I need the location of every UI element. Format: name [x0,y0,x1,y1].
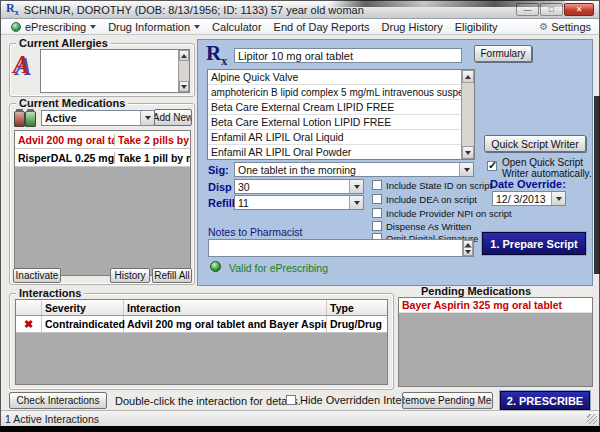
scroll-down-icon[interactable] [463,247,473,256]
inactivate-button[interactable]: Inactivate [13,268,61,283]
status-text: 1 Active Interactions [5,413,99,425]
chevron-down-icon[interactable] [349,196,363,209]
drug-result-item[interactable]: Beta Care External Cream LIPID FREE [208,100,462,115]
include-npi-checkbox[interactable] [372,208,382,218]
app-window: Rx SCHNUR, DOROTHY (DOB: 8/13/1956; ID: … [0,0,600,426]
interaction-row[interactable]: ✖ Contraindicated Advil 200 mg oral tabl… [16,316,387,333]
menu-settings[interactable]: ⚙ Settings [539,21,595,33]
gear-icon: ⚙ [539,22,548,32]
eprescribing-icon [11,22,21,32]
interaction-hint-text: Double-click the interaction for details… [115,395,301,407]
prescription-panel: Rx Formulary Alpine Quick Valve amphoter… [197,39,593,286]
interaction-type: Drug/Drug [327,316,387,332]
dispense-as-written-label: Dispense As Written [386,221,471,232]
include-state-id-checkbox[interactable] [372,180,382,190]
scroll-up-icon[interactable] [179,50,189,61]
drug-search-input[interactable] [234,48,462,63]
refill-all-button[interactable]: Refill All [152,268,192,283]
current-allergies-group: Current Allergies A [9,43,195,97]
notes-to-pharmacist-input[interactable] [208,239,474,257]
status-bar: 1 Active Interactions [1,410,599,426]
menu-drug-information[interactable]: Drug Information [102,19,206,34]
dispense-as-written-checkbox[interactable] [372,221,382,231]
medication-row[interactable]: RisperDAL 0.25 mg ... Take 1 pill by m..… [15,149,190,167]
hide-overridden-checkbox[interactable] [286,395,296,405]
medication-sig: Take 1 pill by m... [115,152,190,164]
formulary-button[interactable]: Formulary [474,45,532,62]
interactions-table[interactable]: Severity Interaction Type ✖ Contraindica… [15,299,388,385]
menu-eligibility[interactable]: Eligibility [449,19,504,34]
medication-sig: Take 2 pills by ... [115,134,190,146]
resize-grip-icon[interactable] [587,414,597,424]
add-new-button[interactable]: Add New [154,109,192,126]
sig-select[interactable]: One tablet in the morning [234,162,474,177]
pending-medications-title: Pending Medications [421,285,531,297]
valid-status-text: Valid for ePrescribing [229,262,328,274]
interaction-severity: Contraindicated [42,316,124,332]
check-interactions-button[interactable]: Check Interactions [9,392,107,409]
interactions-title: Interactions [16,287,84,299]
scroll-up-icon[interactable] [462,70,474,83]
drug-result-item[interactable]: Alpine Quick Valve [208,70,462,85]
column-type: Type [327,300,387,315]
pending-medication-item[interactable]: Bayer Aspirin 325 mg oral tablet [399,298,592,313]
current-medications-group: Current Medications Active Add New Advil… [9,103,195,285]
chevron-down-icon[interactable] [140,111,154,125]
medication-name: Advil 200 mg oral tab... [15,134,115,146]
refills-select[interactable]: 11 [234,195,364,210]
allergies-list[interactable] [40,49,190,93]
photo-artifact [330,0,565,7]
menu-bar: ePrescribing Drug Information Calculator… [1,19,599,35]
include-dea-checkbox[interactable] [372,194,382,204]
interactions-group: Interactions Severity Interaction Type ✖… [9,293,394,390]
include-dea-label: Include DEA on script [386,194,477,205]
disp-select[interactable]: 30 [234,179,364,194]
allergy-icon: A [13,52,30,77]
chevron-down-icon [90,25,96,29]
drug-result-item[interactable]: Enfamil AR LIPIL Oral Powder [208,145,462,160]
current-allergies-title: Current Allergies [16,37,111,49]
drug-result-item[interactable]: Enfamil AR LIPIL Oral Liquid [208,130,462,145]
pending-medications-list[interactable]: Bayer Aspirin 325 mg oral tablet [398,297,593,387]
notes-spinner[interactable] [462,240,473,256]
chevron-down-icon[interactable] [459,163,473,176]
drug-result-item[interactable]: amphotericin B lipid complex 5 mg/mL int… [208,85,462,100]
menu-eprescribing[interactable]: ePrescribing [5,19,102,34]
drug-result-item[interactable]: Beta Care External Lotion LIPID FREE [208,115,462,130]
history-button[interactable]: History [110,268,150,283]
column-interaction: Interaction [124,300,327,315]
valid-status-icon [210,261,221,272]
open-qsw-label: Open Quick Script Writer automatically. [502,157,592,179]
current-medications-title: Current Medications [16,97,128,109]
chevron-down-icon [194,25,200,29]
medication-name: RisperDAL 0.25 mg ... [15,152,115,164]
close-icon[interactable]: ✕ [564,3,594,16]
scroll-down-icon[interactable] [179,81,189,92]
rx-icon: Rx [6,2,19,17]
prescribe-button[interactable]: 2. PRESCRIBE [500,391,590,410]
medications-grid[interactable]: Advil 200 mg oral tab... Take 2 pills by… [14,130,191,276]
remove-pending-med-button[interactable]: Remove Pending Med [402,392,493,409]
menu-end-of-day-reports[interactable]: End of Day Reports [268,19,376,34]
sig-label: Sig: [208,164,229,176]
notes-to-pharmacist-label: Notes to Pharmacist [208,226,303,238]
interaction-description: Advil 200 mg oral tablet and Bayer Aspir… [124,316,327,332]
allergies-scrollbar[interactable] [178,50,189,92]
quick-script-writer-button[interactable]: Quick Script Writer [484,135,586,152]
include-npi-label: Include Provider NPI on script [386,208,512,219]
chevron-down-icon[interactable] [349,180,363,193]
interactions-header-row: Severity Interaction Type [16,300,387,316]
medication-filter-select[interactable]: Active [41,110,155,126]
scroll-down-icon[interactable] [462,146,474,159]
photo-artifact [594,96,600,274]
medication-row[interactable]: Advil 200 mg oral tab... Take 2 pills by… [15,131,190,149]
open-qsw-checkbox[interactable] [487,161,497,171]
chevron-down-icon[interactable] [551,192,565,205]
prepare-script-button[interactable]: 1. Prepare Script [482,232,586,255]
drug-results-list[interactable]: Alpine Quick Valve amphotericin B lipid … [207,69,475,160]
column-severity: Severity [42,300,124,315]
menu-drug-history[interactable]: Drug History [376,19,449,34]
menu-calculator[interactable]: Calculator [206,19,268,34]
drug-list-scrollbar[interactable] [461,70,474,159]
date-override-select[interactable]: 12/ 3/2013 [492,191,566,206]
